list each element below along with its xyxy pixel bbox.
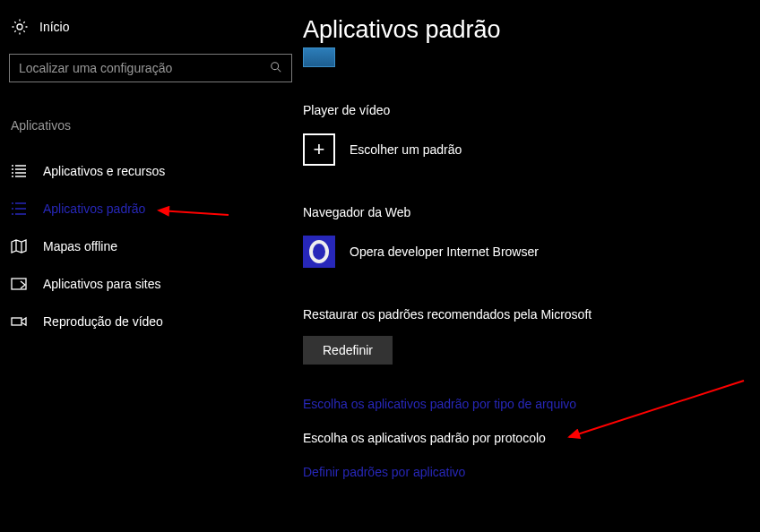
plus-icon: + xyxy=(303,133,335,166)
choose-browser[interactable]: Opera developer Internet Browser xyxy=(303,236,742,268)
sidebar-item-label: Aplicativos para sites xyxy=(43,277,161,291)
choose-video-player[interactable]: + Escolher um padrão xyxy=(303,133,742,166)
reset-label: Restaurar os padrões recomendados pela M… xyxy=(303,307,742,322)
search-icon xyxy=(270,61,282,76)
svg-point-0 xyxy=(17,24,22,30)
list-icon xyxy=(11,163,27,179)
link-by-protocol[interactable]: Escolha os aplicativos padrão por protoc… xyxy=(303,431,742,445)
gear-icon xyxy=(11,18,29,36)
sidebar-item-apps-features[interactable]: Aplicativos e recursos xyxy=(9,152,294,190)
websites-icon xyxy=(11,276,27,292)
link-by-file-type[interactable]: Escolha os aplicativos padrão por tipo d… xyxy=(303,397,742,411)
sidebar-item-label: Aplicativos e recursos xyxy=(43,164,165,178)
page-title: Aplicativos padrão xyxy=(303,16,742,44)
home-button[interactable]: Início xyxy=(9,16,294,54)
sidebar-item-video-playback[interactable]: Reprodução de vídeo xyxy=(9,303,294,340)
svg-rect-3 xyxy=(12,318,22,325)
svg-point-4 xyxy=(311,242,327,262)
search-input-container[interactable] xyxy=(9,54,292,82)
sidebar-item-offline-maps[interactable]: Mapas offline xyxy=(9,227,294,265)
defaults-icon xyxy=(11,201,27,217)
browser-label: Navegador da Web xyxy=(303,205,742,219)
video-icon xyxy=(11,313,27,330)
sidebar-section-header: Aplicativos xyxy=(9,118,294,133)
video-player-label: Player de vídeo xyxy=(303,103,742,117)
sidebar-item-label: Aplicativos padrão xyxy=(43,202,145,216)
choose-default-label: Escolher um padrão xyxy=(350,142,462,157)
browser-app-name: Opera developer Internet Browser xyxy=(350,245,539,259)
sidebar-item-apps-for-sites[interactable]: Aplicativos para sites xyxy=(9,265,294,303)
link-by-app[interactable]: Definir padrões por aplicativo xyxy=(303,465,742,479)
search-input[interactable] xyxy=(19,61,270,75)
sidebar-item-label: Reprodução de vídeo xyxy=(43,314,163,329)
svg-point-1 xyxy=(272,62,279,69)
sidebar-item-default-apps[interactable]: Aplicativos padrão xyxy=(9,190,294,227)
app-thumbnail[interactable] xyxy=(303,47,335,67)
map-icon xyxy=(11,238,27,254)
home-label: Início xyxy=(39,20,69,34)
sidebar-item-label: Mapas offline xyxy=(43,239,117,253)
reset-button[interactable]: Redefinir xyxy=(303,336,393,365)
opera-icon xyxy=(303,236,335,268)
